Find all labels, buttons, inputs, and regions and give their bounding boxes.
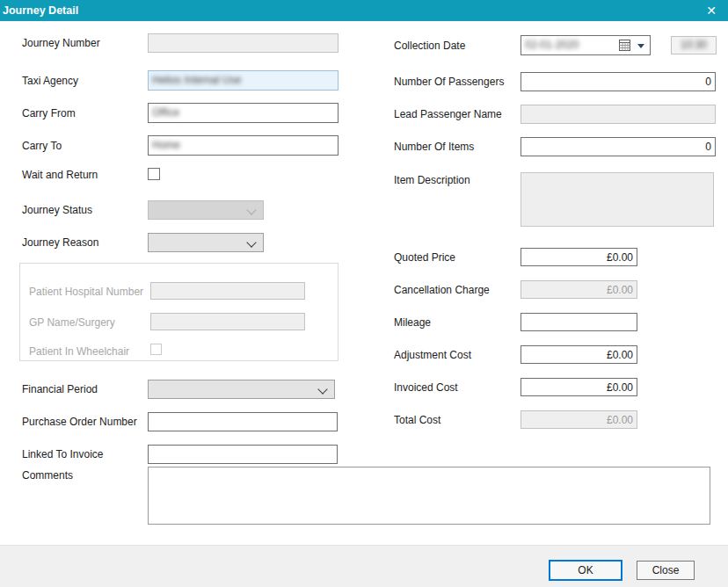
taxi-agency-field[interactable]: Helios Internal Use (148, 70, 339, 91)
financial-period-label: Financial Period (22, 383, 98, 395)
dialog-title: Journey Detail (3, 0, 78, 21)
cancellation-charge-label: Cancellation Charge (394, 284, 490, 296)
carry-to-label: Carry To (22, 140, 62, 152)
purchase-order-number-label: Purchase Order Number (22, 416, 137, 428)
close-icon[interactable]: ✕ (695, 0, 728, 21)
collection-date-picker[interactable]: 02-01-2020 (521, 35, 651, 55)
journey-status-dropdown (148, 200, 264, 220)
number-of-items-label: Number Of Items (394, 141, 474, 153)
invoiced-cost-label: Invoiced Cost (394, 381, 458, 394)
calendar-icon[interactable] (619, 40, 630, 51)
patient-group-box: Patient Hospital Number GP Name/Surgery … (19, 263, 339, 361)
mileage-label: Mileage (394, 316, 431, 329)
wait-and-return-checkbox[interactable] (148, 168, 160, 180)
journey-detail-dialog: Journey Detail ✕ Journey Number Taxi Age… (0, 0, 728, 587)
ok-button[interactable]: OK (549, 560, 622, 581)
financial-period-dropdown[interactable] (148, 380, 335, 399)
taxi-agency-label: Taxi Agency (22, 75, 78, 87)
adjustment-cost-label: Adjustment Cost (394, 349, 471, 361)
number-of-passengers-label: Number Of Passengers (394, 76, 504, 88)
wait-and-return-label: Wait and Return (22, 169, 98, 181)
patient-hospital-number-field (150, 282, 305, 300)
patient-in-wheelchair-label: Patient In Wheelchair (29, 345, 129, 358)
collection-date-label: Collection Date (394, 40, 465, 52)
comments-label: Comments (22, 469, 73, 482)
lead-passenger-name-field (521, 105, 716, 124)
journey-number-field (148, 33, 339, 53)
collection-time-field[interactable]: 10:30 (671, 36, 717, 54)
comments-field[interactable] (148, 467, 710, 525)
journey-number-label: Journey Number (22, 37, 100, 49)
gp-name-surgery-field (150, 313, 305, 330)
close-button[interactable]: Close (637, 561, 695, 580)
invoiced-cost-field[interactable] (521, 378, 637, 396)
title-bar: Journey Detail ✕ (0, 0, 728, 21)
cancellation-charge-field (521, 280, 637, 299)
carry-from-field[interactable]: Office (148, 103, 339, 123)
total-cost-field (521, 410, 637, 429)
carry-to-value: Home (149, 136, 184, 151)
quoted-price-field[interactable] (521, 248, 637, 266)
gp-name-surgery-label: GP Name/Surgery (29, 316, 115, 329)
linked-to-invoice-label: Linked To Invoice (22, 448, 104, 460)
quoted-price-label: Quoted Price (394, 251, 455, 264)
adjustment-cost-field[interactable] (521, 345, 637, 364)
dropdown-arrow-icon[interactable] (637, 44, 644, 48)
carry-to-field[interactable]: Home (148, 135, 339, 156)
item-description-label: Item Description (394, 174, 470, 186)
chevron-down-icon (317, 384, 327, 394)
collection-date-value: 02-01-2020 (525, 39, 579, 51)
item-description-field (521, 172, 714, 227)
collection-time-value: 10:30 (681, 37, 707, 51)
journey-reason-dropdown[interactable] (148, 233, 264, 252)
footer-bar: OK Close (0, 545, 728, 587)
number-of-items-field[interactable] (521, 137, 716, 156)
patient-hospital-number-label: Patient Hospital Number (29, 286, 143, 298)
mileage-field[interactable] (521, 313, 637, 331)
journey-status-label: Journey Status (22, 204, 92, 216)
chevron-down-icon (246, 237, 256, 247)
purchase-order-number-field[interactable] (148, 412, 338, 431)
lead-passenger-name-label: Lead Passenger Name (394, 108, 502, 120)
carry-from-label: Carry From (22, 107, 76, 120)
chevron-down-icon (246, 205, 256, 214)
journey-reason-label: Journey Reason (22, 236, 98, 249)
carry-from-value: Office (149, 104, 183, 119)
taxi-agency-value: Helios Internal Use (149, 71, 244, 86)
patient-in-wheelchair-checkbox (150, 344, 162, 355)
number-of-passengers-field[interactable] (521, 72, 716, 91)
linked-to-invoice-field[interactable] (148, 445, 338, 464)
total-cost-label: Total Cost (394, 414, 440, 426)
